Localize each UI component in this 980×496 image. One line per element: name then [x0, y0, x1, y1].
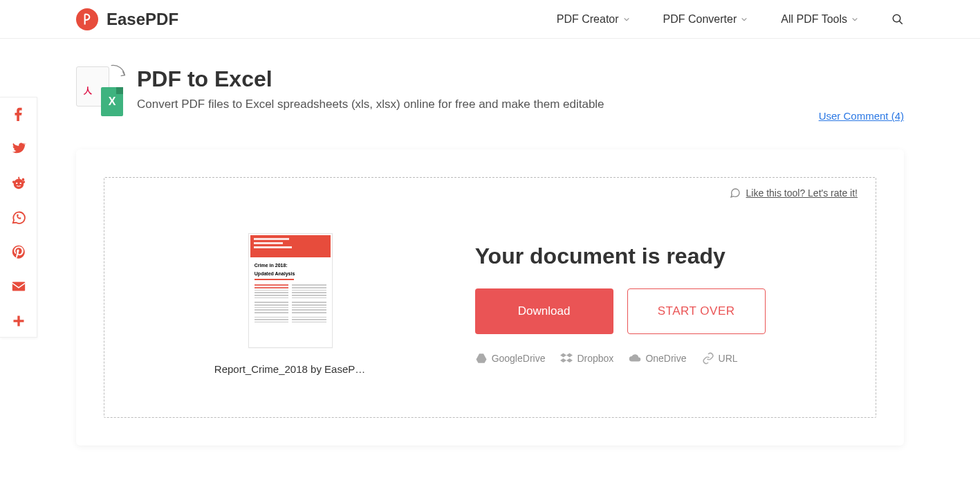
- action-column: Your document is ready Download START OV…: [475, 244, 847, 365]
- content-row: Crime in 2018: Updated Analysis: [133, 233, 847, 375]
- rate-link[interactable]: Like this tool? Let's rate it!: [746, 187, 858, 199]
- svg-point-7: [19, 183, 21, 184]
- svg-rect-10: [13, 320, 24, 322]
- svg-point-5: [22, 181, 25, 183]
- dashed-container: Like this tool? Let's rate it! Crime in …: [104, 177, 876, 418]
- button-row: Download START OVER: [475, 288, 847, 334]
- nav-label: PDF Creator: [557, 13, 619, 26]
- facebook-icon[interactable]: [11, 106, 26, 121]
- page-subtitle: Convert PDF files to Excel spreadsheets …: [137, 98, 604, 111]
- download-button[interactable]: Download: [475, 288, 613, 334]
- logo[interactable]: EasePDF: [76, 8, 178, 30]
- onedrive-icon: [629, 352, 641, 365]
- googledrive-icon: [475, 352, 488, 365]
- preview-column: Crime in 2018: Updated Analysis: [133, 233, 447, 375]
- nav: PDF Creator PDF Converter All PDF Tools: [557, 13, 904, 26]
- chevron-down-icon: [851, 16, 858, 23]
- googledrive-link[interactable]: GoogleDrive: [475, 352, 546, 365]
- thumb-title-2: Updated Analysis: [255, 271, 326, 277]
- pdf-to-excel-icon: 人 X: [76, 66, 123, 116]
- nav-label: All PDF Tools: [781, 13, 847, 26]
- chevron-down-icon: [741, 16, 748, 23]
- cloud-row: GoogleDrive Dropbox OneDrive URL: [475, 352, 847, 365]
- thumb-title-1: Crime in 2018:: [255, 263, 326, 268]
- link-icon: [702, 352, 714, 365]
- chevron-down-icon: [623, 16, 630, 23]
- header: EasePDF PDF Creator PDF Converter All PD…: [0, 0, 980, 39]
- main: 人 X PDF to Excel Convert PDF files to Ex…: [0, 39, 980, 446]
- logo-icon: [76, 8, 98, 30]
- email-icon[interactable]: [11, 279, 26, 294]
- dropbox-icon: [560, 352, 573, 365]
- cloud-label: Dropbox: [577, 353, 613, 364]
- pinterest-icon[interactable]: [11, 244, 26, 259]
- title-text: PDF to Excel Convert PDF files to Excel …: [137, 66, 604, 111]
- user-comment-link[interactable]: User Comment (4): [819, 110, 904, 122]
- ready-heading: Your document is ready: [475, 244, 847, 269]
- page-title: PDF to Excel: [137, 66, 604, 92]
- search-icon: [891, 13, 904, 26]
- svg-point-4: [12, 181, 15, 183]
- svg-rect-8: [12, 282, 24, 291]
- cloud-label: OneDrive: [645, 353, 686, 364]
- cloud-label: GoogleDrive: [492, 353, 546, 364]
- search-button[interactable]: [891, 13, 904, 26]
- filename-label: Report_Crime_2018 by EasePD...: [214, 363, 367, 375]
- result-card: Like this tool? Let's rate it! Crime in …: [76, 149, 904, 446]
- start-over-button[interactable]: START OVER: [627, 288, 766, 334]
- logo-text: EasePDF: [107, 10, 178, 29]
- svg-line-1: [899, 21, 903, 24]
- dropbox-link[interactable]: Dropbox: [560, 352, 613, 365]
- svg-point-0: [893, 15, 900, 22]
- cloud-label: URL: [719, 353, 738, 364]
- document-thumbnail: Crime in 2018: Updated Analysis: [248, 233, 333, 348]
- reddit-icon[interactable]: [11, 175, 26, 190]
- chat-icon: [730, 187, 741, 199]
- nav-label: PDF Converter: [663, 13, 737, 26]
- svg-point-6: [16, 183, 17, 184]
- twitter-icon[interactable]: [11, 140, 26, 156]
- whatsapp-icon[interactable]: [11, 210, 26, 225]
- onedrive-link[interactable]: OneDrive: [629, 352, 686, 365]
- url-link[interactable]: URL: [702, 352, 738, 365]
- rate-link-row: Like this tool? Let's rate it!: [730, 187, 858, 199]
- nav-pdf-creator[interactable]: PDF Creator: [557, 13, 630, 26]
- svg-point-3: [21, 178, 24, 181]
- nav-pdf-converter[interactable]: PDF Converter: [663, 13, 748, 26]
- social-sidebar: [0, 97, 37, 338]
- title-row: 人 X PDF to Excel Convert PDF files to Ex…: [76, 66, 904, 116]
- nav-all-tools[interactable]: All PDF Tools: [781, 13, 858, 26]
- more-icon[interactable]: [11, 313, 26, 329]
